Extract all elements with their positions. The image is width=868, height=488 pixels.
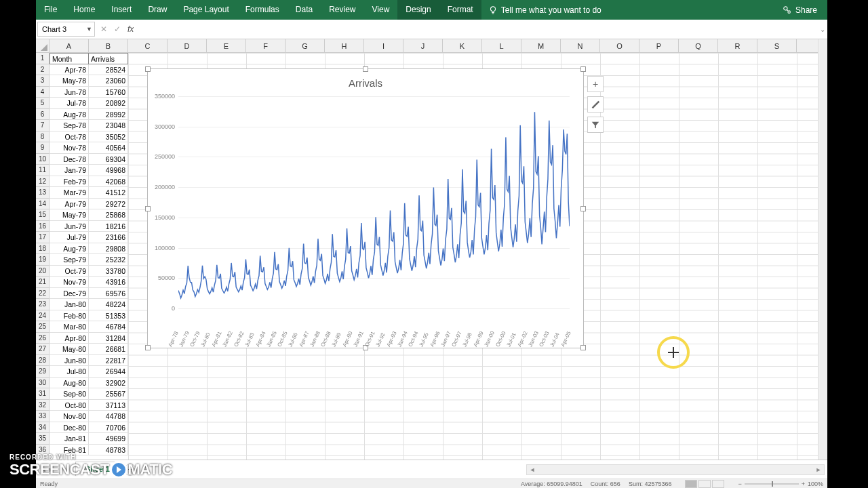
row-header[interactable]: 14: [36, 199, 49, 210]
row-header[interactable]: 27: [36, 344, 49, 355]
cell[interactable]: Mar-79: [50, 187, 89, 199]
column-header[interactable]: N: [561, 39, 600, 52]
horizontal-scrollbar[interactable]: ◄ ►: [526, 464, 825, 475]
chart-handle[interactable]: [580, 206, 586, 211]
ribbon-tab-format[interactable]: Format: [439, 0, 481, 20]
cell[interactable]: 25567: [89, 388, 128, 400]
cell[interactable]: 43916: [89, 277, 128, 288]
cell[interactable]: Jan-80: [50, 299, 89, 310]
cell[interactable]: Oct-80: [50, 400, 89, 411]
ribbon-tab-data[interactable]: Data: [288, 0, 321, 20]
cell[interactable]: 48224: [89, 299, 128, 310]
row-header[interactable]: 26: [36, 333, 49, 344]
row-header[interactable]: 34: [36, 422, 49, 434]
ribbon-tab-formulas[interactable]: Formulas: [237, 0, 288, 20]
spreadsheet-grid[interactable]: ABCDEFGHIJKLMNOPQRS 12345678910111213141…: [36, 39, 827, 460]
cell[interactable]: Sep-78: [50, 120, 89, 131]
scroll-left-icon[interactable]: ◄: [527, 466, 538, 473]
row-header[interactable]: 19: [36, 254, 49, 266]
cell[interactable]: 42068: [89, 176, 128, 188]
ribbon-tab-insert[interactable]: Insert: [103, 0, 140, 20]
cell[interactable]: 70706: [89, 422, 128, 434]
zoom-in-icon[interactable]: +: [802, 481, 805, 487]
column-header[interactable]: L: [482, 39, 521, 52]
row-header[interactable]: 30: [36, 378, 49, 389]
column-header[interactable]: K: [443, 39, 482, 52]
cell[interactable]: Mar-80: [50, 321, 89, 333]
enter-icon[interactable]: ✓: [114, 24, 121, 34]
name-box[interactable]: Chart 3 ▼: [37, 22, 95, 37]
row-header[interactable]: 25: [36, 321, 49, 333]
cell[interactable]: Jun-79: [50, 221, 89, 232]
cell[interactable]: Jul-80: [50, 366, 89, 378]
chart-handle[interactable]: [145, 66, 151, 72]
row-header[interactable]: 3: [36, 75, 49, 87]
column-header[interactable]: O: [600, 39, 639, 52]
cell[interactable]: 23048: [89, 120, 128, 131]
formula-input[interactable]: [134, 22, 818, 37]
row-header[interactable]: 2: [36, 64, 49, 76]
cell[interactable]: 69576: [89, 288, 128, 300]
normal-view-icon[interactable]: [685, 480, 697, 488]
ribbon-tab-home[interactable]: Home: [65, 0, 103, 20]
chart-handle[interactable]: [145, 345, 151, 350]
row-header[interactable]: 17: [36, 232, 49, 243]
cell[interactable]: 33780: [89, 266, 128, 277]
row-header[interactable]: 7: [36, 120, 49, 131]
cell[interactable]: Aug-79: [50, 243, 89, 255]
column-header[interactable]: F: [246, 39, 285, 52]
column-header[interactable]: B: [89, 39, 128, 52]
row-header[interactable]: 32: [36, 400, 49, 411]
cell[interactable]: 51353: [89, 310, 128, 322]
cell[interactable]: May-79: [50, 209, 89, 221]
page-layout-icon[interactable]: [698, 480, 711, 488]
cell[interactable]: Nov-78: [50, 142, 89, 154]
cell[interactable]: 35052: [89, 131, 128, 143]
column-header[interactable]: A: [50, 39, 89, 52]
cell[interactable]: Oct-78: [50, 131, 89, 143]
cell[interactable]: 28524: [89, 64, 128, 76]
tell-me-search[interactable]: Tell me what you want to do: [488, 5, 601, 15]
cell[interactable]: 69304: [89, 154, 128, 165]
cell[interactable]: Dec-79: [50, 288, 89, 300]
row-header[interactable]: 20: [36, 266, 49, 277]
column-header[interactable]: J: [403, 39, 443, 52]
cell[interactable]: Feb-79: [50, 176, 89, 188]
cell[interactable]: Aug-78: [50, 109, 89, 121]
cell[interactable]: May-80: [50, 344, 89, 355]
column-header[interactable]: H: [325, 39, 364, 52]
cell[interactable]: Apr-78: [50, 64, 89, 76]
ribbon-tab-file[interactable]: File: [36, 0, 65, 20]
cell[interactable]: Dec-80: [50, 422, 89, 434]
chart-title[interactable]: Arrivals: [148, 69, 583, 93]
chart-handle[interactable]: [363, 66, 368, 72]
row-header[interactable]: 15: [36, 209, 49, 221]
page-break-icon[interactable]: [712, 480, 724, 488]
cell[interactable]: 31284: [89, 333, 128, 344]
cell[interactable]: 32902: [89, 378, 128, 389]
row-header[interactable]: 4: [36, 87, 49, 98]
row-header[interactable]: 12: [36, 176, 49, 188]
column-header[interactable]: Q: [679, 39, 718, 52]
cell[interactable]: Arrivals: [89, 53, 128, 64]
column-header[interactable]: S: [757, 39, 797, 52]
cell[interactable]: Jan-81: [50, 433, 89, 445]
ribbon-tab-page-layout[interactable]: Page Layout: [175, 0, 237, 20]
row-header[interactable]: 23: [36, 299, 49, 310]
cell[interactable]: 46784: [89, 321, 128, 333]
cell[interactable]: 26681: [89, 344, 128, 355]
cell[interactable]: 40564: [89, 142, 128, 154]
row-header[interactable]: 10: [36, 154, 49, 165]
row-header[interactable]: 31: [36, 388, 49, 400]
share-button[interactable]: Share: [783, 5, 827, 15]
cell[interactable]: Jan-79: [50, 165, 89, 176]
cell[interactable]: 20892: [89, 98, 128, 109]
zoom-out-icon[interactable]: −: [738, 481, 741, 487]
cell[interactable]: 29808: [89, 243, 128, 255]
vertical-scrollbar[interactable]: [818, 39, 827, 460]
cell[interactable]: Apr-79: [50, 199, 89, 210]
cell[interactable]: 23060: [89, 75, 128, 87]
cell[interactable]: 15760: [89, 87, 128, 98]
row-header[interactable]: 9: [36, 142, 49, 154]
cell[interactable]: Feb-80: [50, 310, 89, 322]
